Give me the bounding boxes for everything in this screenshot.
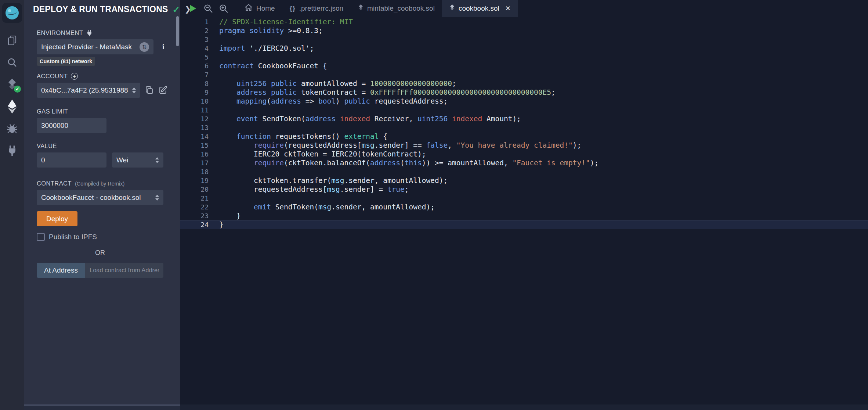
code-line[interactable]: 15 require(requestedAddress[msg.sender] … [180,141,868,150]
code-line-text: event SendToken(address indexed Receiver… [213,115,521,123]
solidity-file-icon [449,4,455,13]
value-unit: Wei [116,156,128,164]
code-line[interactable]: 12 event SendToken(address indexed Recei… [180,115,868,123]
code-line[interactable]: 3 [180,35,868,44]
code-line[interactable]: 16 IERC20 cktToken = IERC20(tokenContrac… [180,150,868,159]
remix-logo[interactable] [2,3,22,23]
code-line-text: pragma solidity >=0.8.3; [213,26,323,35]
code-line[interactable]: 8 uint256 public amountAllowed = 1000000… [180,79,868,88]
add-account-icon[interactable]: + [71,73,78,80]
line-number: 18 [180,168,213,176]
environment-info-icon[interactable]: i [162,43,164,51]
code-line[interactable]: 18 [180,168,868,176]
remix-ide-window: ✓ DEPLOY & R [0,0,868,410]
zoom-out-icon[interactable] [200,0,216,17]
contract-select[interactable]: CookbookFaucet - cookbook.sol [37,190,163,205]
collapse-chevron-icon[interactable]: ❯ [184,5,191,14]
editor-area: Home {} .prettierrc.json mintable_cooboo… [180,0,868,410]
deploy-run-panel: DEPLOY & RUN TRANSACTIONS ✓ ❯ ENVIRONMEN… [24,0,180,410]
code-line[interactable]: 23 } [180,212,868,220]
code-line-text: import './IERC20.sol'; [213,44,314,53]
line-number: 22 [180,203,213,212]
debugger-icon[interactable] [0,118,24,140]
code-line[interactable]: 9 address public tokenContract = 0xFFFFf… [180,88,868,97]
code-line[interactable]: 20 requestedAddress[msg.sender] = true; [180,185,868,194]
line-number: 24 [180,220,213,229]
code-content[interactable]: 1// SPDX-License-Identifier: MIT2pragma … [180,17,868,410]
plugin-manager-icon[interactable] [0,140,24,162]
panel-scrollbar[interactable] [176,16,179,46]
code-line[interactable]: 4import './IERC20.sol'; [180,44,868,53]
environment-switch-icon[interactable]: ⇅ [140,42,149,52]
code-line-text [213,71,219,79]
publish-ipfs-checkbox[interactable] [37,233,45,241]
at-address-button[interactable]: At Address [37,263,85,278]
file-explorer-icon[interactable] [0,29,24,51]
gas-limit-input[interactable] [37,118,106,133]
code-line[interactable]: 19 cktToken.transfer(msg.sender, amountA… [180,176,868,185]
line-number: 2 [180,26,213,35]
code-line[interactable]: 17 require(cktToken.balanceOf(address(th… [180,159,868,168]
value-label: VALUE [37,143,167,150]
code-line[interactable]: 22 emit SendToken(msg.sender, amountAllo… [180,203,868,212]
search-icon[interactable] [0,51,24,73]
code-line[interactable]: 2pragma solidity >=0.8.3; [180,26,868,35]
code-line[interactable]: 13 [180,123,868,132]
code-line[interactable]: 10 mapping(address => bool) public reque… [180,97,868,106]
code-line[interactable]: 24} [180,220,868,229]
line-number: 11 [180,106,213,115]
tab-label: .prettierrc.json [299,4,343,12]
code-line[interactable]: 1// SPDX-License-Identifier: MIT [180,18,868,26]
line-number: 3 [180,35,213,44]
value-unit-select[interactable]: Wei [112,152,163,168]
code-line[interactable]: 7 [180,71,868,79]
select-stepper-icon [155,157,159,163]
tab-prettierrc[interactable]: {} .prettierrc.json [282,0,351,17]
close-tab-icon[interactable]: ✕ [505,4,511,12]
line-number: 17 [180,159,213,168]
tab-cookbook[interactable]: cookbook.sol ✕ [442,0,518,17]
account-select[interactable]: 0x4bC...7a4F2 (25.9531988 [37,83,140,98]
tab-label: Home [256,4,275,12]
deploy-button[interactable]: Deploy [37,211,77,226]
line-number: 23 [180,212,213,220]
code-line-text: emit SendToken(msg.sender, amountAllowed… [213,203,435,212]
deploy-and-run-icon[interactable] [0,96,24,118]
panel-check-icon: ✓ [173,4,180,15]
line-number: 6 [180,62,213,71]
code-line[interactable]: 11 [180,106,868,115]
tab-label: mintable_coobook.sol [367,4,435,12]
code-line-text: } [213,212,241,220]
line-number: 9 [180,88,213,97]
code-line[interactable]: 6contract CookbookFaucet { [180,62,868,71]
account-label-row: ACCOUNT + [37,73,167,80]
code-line[interactable]: 14 function requestTokens() external { [180,132,868,141]
code-line-text: require(cktToken.balanceOf(address(this)… [213,159,598,168]
code-line-text: IERC20 cktToken = IERC20(tokenContract); [213,150,426,159]
line-number: 5 [180,53,213,62]
environment-select[interactable]: Injected Provider - MetaMask ⇅ [37,39,153,54]
solidity-compiler-icon[interactable]: ✓ [0,73,24,96]
copy-account-icon[interactable] [145,86,154,95]
panel-resize-handle[interactable] [24,404,180,410]
panel-body: ENVIRONMENT Injected Provider - MetaMask… [24,18,180,278]
line-number: 21 [180,194,213,203]
line-number: 10 [180,97,213,106]
code-line[interactable]: 5 [180,53,868,62]
line-number: 19 [180,176,213,185]
plug-icon [86,30,93,36]
tab-mintable-coobook[interactable]: mintable_coobook.sol [351,0,442,17]
at-address-input[interactable] [85,263,163,278]
code-line-text: function requestTokens() external { [213,132,387,141]
line-number: 1 [180,18,213,26]
code-line-text [213,194,219,203]
panel-header: DEPLOY & RUN TRANSACTIONS ✓ ❯ [24,0,180,18]
value-input[interactable] [37,152,106,168]
edit-account-icon[interactable] [158,86,167,95]
tab-home[interactable]: Home [237,0,282,17]
code-line[interactable]: 21 [180,194,868,203]
code-line-text [213,53,219,62]
bottom-divider [24,404,868,410]
zoom-in-icon[interactable] [216,0,231,17]
line-number: 8 [180,79,213,88]
